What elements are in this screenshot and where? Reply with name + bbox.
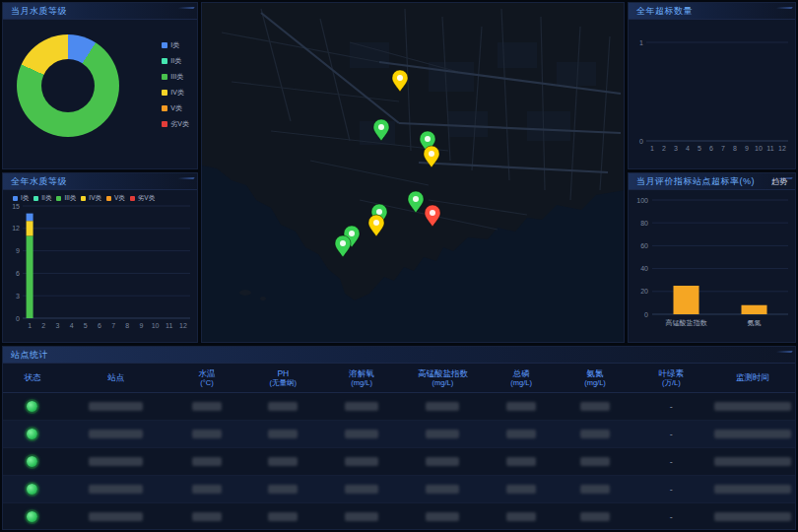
column-header: 氨氮(mg/L): [559, 364, 632, 392]
table-cell: [710, 457, 795, 466]
table-cell: [401, 430, 485, 438]
column-header: 高锰酸盐指数(mg/L): [401, 364, 485, 392]
svg-text:5: 5: [84, 322, 88, 329]
chlorophyll-value: -: [670, 485, 673, 495]
legend-item[interactable]: III类: [162, 72, 189, 82]
table-cell: -: [632, 485, 710, 495]
svg-text:1: 1: [639, 39, 643, 46]
table-cell: [485, 485, 559, 494]
table-cell: [62, 485, 170, 494]
donut-hole: [41, 59, 95, 112]
column-header: 站点: [62, 364, 170, 392]
legend-swatch: [162, 74, 167, 80]
month-rate-chart: 020406080100高锰酸盐指数氨氮: [631, 190, 793, 340]
table-cell: [3, 511, 62, 522]
status-indicator: [27, 456, 37, 467]
table-row[interactable]: -: [3, 393, 795, 421]
svg-text:8: 8: [125, 322, 129, 329]
svg-text:4: 4: [70, 322, 74, 329]
table-cell: [3, 484, 62, 495]
trend-toggle[interactable]: 趋势: [771, 176, 787, 187]
column-header: 溶解氧(mg/L): [322, 364, 401, 392]
status-indicator: [27, 401, 37, 412]
table-cell: [710, 402, 795, 411]
legend-item[interactable]: II类: [162, 56, 189, 66]
table-cell: [3, 401, 62, 412]
table-cell: [710, 430, 795, 438]
table-cell: [559, 485, 632, 494]
status-indicator: [27, 429, 37, 439]
masked-value: [506, 457, 536, 466]
svg-text:11: 11: [166, 322, 172, 329]
masked-value: [192, 430, 222, 438]
table-cell: [485, 512, 559, 521]
legend-item[interactable]: I类: [162, 40, 189, 50]
table-cell: [485, 457, 559, 466]
masked-value: [345, 457, 378, 466]
table-cell: [170, 485, 244, 494]
legend-item[interactable]: 劣V类: [162, 119, 189, 129]
legend-item[interactable]: IV类: [162, 88, 189, 98]
legend-label: 劣V类: [170, 119, 189, 129]
masked-value: [192, 485, 222, 494]
masked-value: [714, 485, 791, 494]
svg-text:0: 0: [16, 315, 20, 322]
table-row[interactable]: -: [3, 476, 795, 503]
svg-text:8: 8: [733, 145, 737, 152]
table-cell: [485, 430, 559, 438]
table-cell: [170, 402, 244, 411]
legend-swatch: [162, 105, 167, 111]
masked-value: [580, 430, 610, 438]
column-header: 监测时间: [710, 364, 795, 392]
svg-text:6: 6: [98, 322, 101, 329]
table-cell: [710, 512, 795, 521]
panel-header: 全年水质等级: [3, 173, 197, 190]
panel-month-water-quality: 当月水质等级 I类II类III类IV类V类劣V类: [2, 2, 198, 169]
svg-text:0: 0: [639, 138, 643, 145]
table-cell: -: [632, 402, 710, 412]
svg-text:6: 6: [709, 145, 713, 152]
legend-label: IV类: [170, 88, 184, 98]
svg-text:氨氮: 氨氮: [748, 319, 762, 327]
legend-swatch: [162, 121, 167, 127]
masked-value: [714, 457, 791, 466]
masked-value: [506, 402, 536, 411]
map-canvas[interactable]: [202, 3, 625, 343]
masked-value: [426, 402, 459, 411]
masked-value: [580, 485, 610, 494]
legend-label: II类: [170, 56, 181, 66]
panel-title: 当月评价指标站点超标率(%): [636, 175, 755, 188]
legend-item[interactable]: V类: [162, 103, 189, 113]
svg-text:10: 10: [152, 322, 160, 329]
panel-title: 全年水质等级: [11, 175, 67, 188]
masked-value: [426, 512, 459, 521]
map-view[interactable]: [201, 2, 625, 343]
panel-title: 当月水质等级: [11, 5, 67, 18]
masked-value: [580, 512, 610, 521]
svg-text:6: 6: [16, 270, 20, 277]
masked-value: [345, 485, 378, 494]
svg-text:20: 20: [640, 288, 648, 295]
panel-title: 站点统计: [11, 349, 48, 362]
svg-text:9: 9: [16, 247, 20, 254]
table-cell: [62, 457, 170, 466]
table-row[interactable]: -: [3, 448, 795, 476]
masked-value: [268, 485, 298, 494]
table-cell: [322, 512, 401, 521]
column-header: 总磷(mg/L): [485, 364, 559, 392]
svg-text:3: 3: [674, 145, 678, 152]
table-row[interactable]: -: [3, 503, 795, 530]
masked-value: [89, 485, 143, 494]
legend-swatch: [162, 90, 167, 96]
month-quality-legend: I类II类III类IV类V类劣V类: [162, 40, 189, 129]
masked-value: [714, 402, 791, 411]
table-cell: [559, 512, 632, 521]
svg-text:2: 2: [41, 322, 45, 329]
svg-text:11: 11: [766, 145, 773, 152]
table-cell: [62, 402, 170, 411]
table-cell: [710, 485, 795, 494]
chart-svg: 01123456789101112: [631, 25, 793, 163]
table-cell: [485, 402, 559, 411]
table-row[interactable]: -: [3, 421, 795, 448]
year-exceed-chart: 01123456789101112: [631, 25, 793, 166]
